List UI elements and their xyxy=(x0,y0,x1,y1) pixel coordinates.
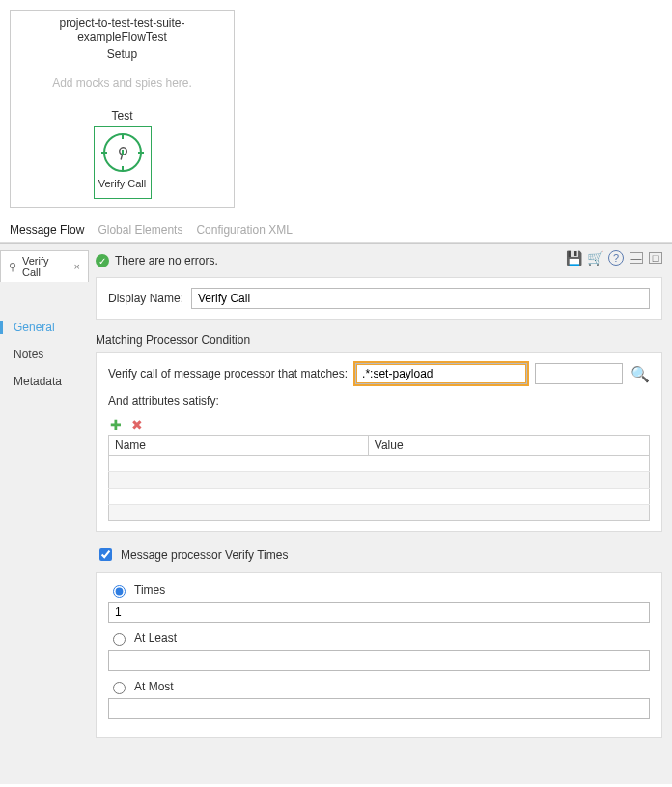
display-name-panel: Display Name: xyxy=(96,277,662,320)
flow-diagram-panel: project-to-test-test-suite-exampleFlowTe… xyxy=(10,10,235,208)
tab-message-flow[interactable]: Message Flow xyxy=(10,223,84,237)
verify-match-input[interactable] xyxy=(355,363,527,384)
table-row[interactable] xyxy=(109,472,650,489)
matching-heading: Matching Processor Condition xyxy=(96,333,662,347)
mocks-placeholder: Add mocks and spies here. xyxy=(11,76,234,90)
at-most-input[interactable] xyxy=(108,698,650,719)
vertical-tab-verify-call[interactable]: ⚲ Verify Call × xyxy=(0,250,89,282)
times-input[interactable] xyxy=(108,602,650,623)
properties-editor: ⚲ Verify Call × General Notes Metadata 💾… xyxy=(0,243,672,784)
help-icon[interactable]: ? xyxy=(608,250,624,266)
table-row[interactable] xyxy=(109,505,650,521)
verify-times-checkbox[interactable] xyxy=(99,548,112,561)
attributes-header-value[interactable]: Value xyxy=(368,436,649,456)
editor-view-tabs: Message Flow Global Elements Configurati… xyxy=(0,217,672,243)
table-row[interactable] xyxy=(109,489,650,505)
status-text: There are no errors. xyxy=(115,254,218,267)
verify-match-label: Verify call of message processor that ma… xyxy=(108,367,348,380)
table-row[interactable] xyxy=(109,456,650,472)
properties-sidebar: General Notes Metadata xyxy=(0,282,92,398)
at-least-radio[interactable] xyxy=(113,633,126,646)
times-radio-label: Times xyxy=(134,583,165,597)
maximize-icon[interactable]: □ xyxy=(649,252,662,264)
tab-configuration-xml[interactable]: Configuration XML xyxy=(196,223,292,237)
editor-toolbar: 💾 🛒 ? — □ xyxy=(566,250,662,266)
verify-call-icon: ⚲ xyxy=(103,133,142,172)
sidebar-item-general[interactable]: General xyxy=(0,321,82,334)
at-least-radio-label: At Least xyxy=(134,632,177,645)
project-title: project-to-test-test-suite-exampleFlowTe… xyxy=(11,16,234,43)
remove-attribute-button[interactable]: ✖ xyxy=(129,417,145,433)
test-section-label: Test xyxy=(11,109,234,123)
verify-match-extra-input[interactable] xyxy=(535,363,623,384)
search-icon[interactable]: 🔍 xyxy=(630,365,650,383)
save-icon[interactable]: 💾 xyxy=(566,250,581,266)
attributes-table: Name Value xyxy=(108,435,650,521)
status-ok-icon: ✓ xyxy=(96,254,109,267)
sidebar-item-notes[interactable]: Notes xyxy=(14,348,82,361)
matching-condition-panel: Verify call of message processor that ma… xyxy=(96,352,662,532)
tab-global-elements[interactable]: Global Elements xyxy=(98,223,182,237)
close-icon[interactable]: × xyxy=(74,261,80,272)
verify-glyph-icon: ⚲ xyxy=(9,261,16,273)
at-most-radio[interactable] xyxy=(113,682,126,694)
times-radio[interactable] xyxy=(113,585,126,598)
vertical-tab-label: Verify Call xyxy=(22,255,69,278)
add-attribute-button[interactable]: ✚ xyxy=(108,417,124,433)
setup-section-label: Setup xyxy=(11,47,234,61)
attributes-satisfy-label: And attributes satisfy: xyxy=(108,394,650,408)
at-least-input[interactable] xyxy=(108,650,650,671)
sidebar-item-metadata[interactable]: Metadata xyxy=(14,375,82,388)
vertical-tab-rail: ⚲ Verify Call × General Notes Metadata xyxy=(0,244,92,784)
display-name-input[interactable] xyxy=(191,288,650,309)
verify-times-label: Message processor Verify Times xyxy=(121,548,288,562)
minimize-icon[interactable]: — xyxy=(630,252,643,264)
verify-call-node-label: Verify Call xyxy=(98,178,147,189)
verify-times-panel: Times At Least At Most xyxy=(96,572,662,738)
verify-call-node[interactable]: ⚲ Verify Call xyxy=(94,126,152,199)
at-most-radio-label: At Most xyxy=(134,680,174,693)
display-name-label: Display Name: xyxy=(108,292,183,305)
properties-main: 💾 🛒 ? — □ ✓ There are no errors. Display… xyxy=(92,244,672,784)
cart-icon[interactable]: 🛒 xyxy=(587,250,602,266)
verify-glyph-icon: ⚲ xyxy=(114,142,130,162)
attributes-header-name[interactable]: Name xyxy=(109,436,369,456)
